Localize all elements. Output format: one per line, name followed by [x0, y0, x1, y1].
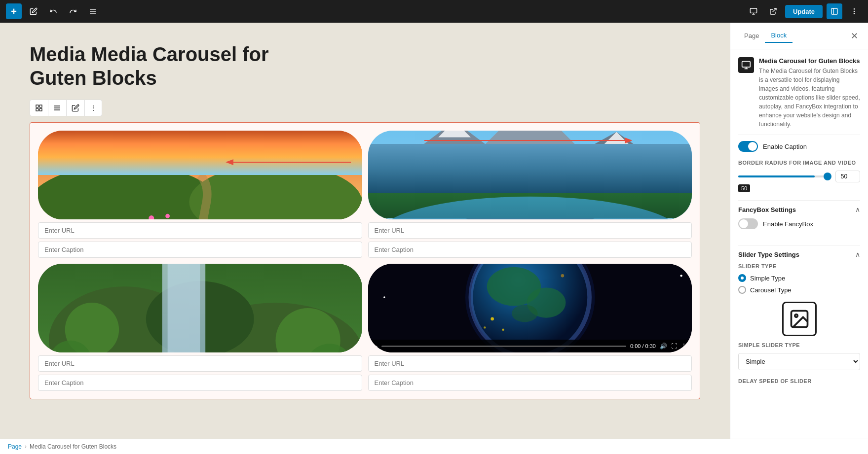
enable-caption-toggle[interactable]	[738, 141, 758, 152]
undo-button[interactable]	[45, 3, 61, 19]
svg-point-76	[502, 329, 504, 331]
border-radius-label: BORDER RADIUS FOR IMAGE AND VIDEO	[738, 160, 860, 166]
plugin-icon	[738, 57, 754, 73]
svg-point-74	[512, 305, 538, 322]
fullscreen-button[interactable]: ⛶	[671, 343, 677, 349]
svg-rect-15	[39, 108, 42, 111]
caption-input-2[interactable]	[368, 242, 692, 258]
url-input-4[interactable]	[368, 355, 692, 372]
media-grid-container: ▶ 0:00 / 0:30 🔊 ⛶ ⋮	[30, 122, 700, 399]
svg-point-66	[680, 275, 682, 277]
mute-button[interactable]: 🔊	[660, 343, 667, 349]
tab-block[interactable]: Block	[765, 29, 793, 43]
fancybox-header[interactable]: FancyBox Settings ∧	[738, 200, 860, 218]
desktop-preview-button[interactable]	[746, 3, 761, 19]
svg-point-87	[794, 314, 797, 317]
main-layout: Media Media Carousel for Guten Blocks ⋮	[0, 23, 868, 439]
svg-rect-7	[831, 8, 837, 14]
svg-point-78	[561, 274, 564, 278]
svg-point-75	[491, 317, 494, 321]
slider-row	[738, 171, 860, 182]
svg-point-11	[854, 13, 854, 14]
breadcrumb-page[interactable]: Page	[8, 443, 22, 450]
video-time: 0:00 / 0:30	[630, 343, 656, 349]
menu-button[interactable]	[85, 3, 101, 19]
video-progress-bar[interactable]	[381, 346, 627, 347]
url-input-2[interactable]	[368, 222, 692, 239]
slider-fill	[738, 175, 815, 177]
svg-marker-44	[605, 153, 632, 175]
svg-point-77	[484, 326, 486, 328]
media-item: ▶ 0:00 / 0:30 🔊 ⛶ ⋮	[368, 264, 692, 391]
sidebar-close-button[interactable]: ✕	[848, 30, 860, 42]
top-toolbar: + Update	[0, 0, 868, 23]
svg-point-65	[383, 296, 385, 298]
border-radius-section: BORDER RADIUS FOR IMAGE AND VIDEO 50	[738, 160, 860, 192]
svg-marker-41	[389, 153, 411, 175]
svg-point-31	[165, 214, 170, 218]
svg-rect-13	[39, 105, 42, 107]
svg-marker-48	[465, 218, 595, 219]
border-radius-input[interactable]	[835, 171, 860, 182]
border-radius-slider[interactable]	[738, 175, 830, 177]
breadcrumb-separator: ›	[25, 443, 27, 450]
external-link-button[interactable]	[765, 3, 781, 19]
slider-type-body: SLIDER TYPE Simple Type Carousel Type	[738, 263, 860, 395]
page-title: Media Media Carousel for Guten Blocks	[30, 42, 700, 90]
enable-fancybox-label: Enable FancyBox	[763, 220, 813, 228]
block-toolbar: ⋮	[30, 100, 102, 116]
block-more-button[interactable]: ⋮	[85, 100, 102, 116]
tab-page[interactable]: Page	[738, 29, 765, 43]
radio-option-carousel[interactable]: Carousel Type	[738, 286, 860, 294]
caption-input-3[interactable]	[38, 375, 362, 391]
radio-carousel-label: Carousel Type	[750, 286, 792, 294]
slider-type-section: Slider Type Settings ∧ SLIDER TYPE Simpl…	[738, 245, 860, 395]
breadcrumb-bar: Page › Media Carousel for Guten Blocks	[0, 439, 868, 454]
enable-caption-row: Enable Caption	[738, 141, 860, 152]
url-input-3[interactable]	[38, 355, 362, 372]
svg-point-26	[232, 131, 319, 141]
more-options-button[interactable]	[846, 3, 862, 19]
slider-type-header[interactable]: Slider Type Settings ∧	[738, 245, 860, 263]
toggle-sidebar-button[interactable]	[827, 3, 842, 19]
slider-thumb[interactable]	[824, 173, 831, 180]
fancybox-body: Enable FancyBox	[738, 218, 860, 243]
svg-rect-83	[742, 62, 751, 68]
url-input-1[interactable]	[38, 222, 362, 239]
block-type-button[interactable]	[30, 100, 48, 116]
image-icon-box	[782, 302, 817, 336]
fancybox-title: FancyBox Settings	[738, 206, 796, 213]
caption-input-1[interactable]	[38, 242, 362, 258]
svg-point-9	[854, 9, 854, 9]
pencil-icon[interactable]	[26, 3, 41, 19]
editor-area: Media Media Carousel for Guten Blocks ⋮	[0, 23, 730, 439]
caption-input-4[interactable]	[368, 375, 692, 391]
media-item	[368, 131, 692, 258]
block-align-button[interactable]	[48, 100, 67, 116]
svg-rect-3	[750, 8, 756, 13]
fancybox-collapse-icon: ∧	[855, 206, 860, 213]
slider-type-label: SLIDER TYPE	[738, 263, 860, 269]
update-button[interactable]: Update	[785, 5, 823, 18]
more-video-options[interactable]: ⋮	[681, 343, 687, 349]
svg-marker-45	[633, 151, 659, 175]
slider-tooltip: 50	[738, 184, 750, 192]
svg-point-28	[189, 164, 362, 219]
svg-point-24	[173, 131, 227, 161]
plugin-title: Media Carousel for Guten Blocks	[759, 57, 860, 65]
block-edit-button[interactable]	[67, 100, 85, 116]
media-image-sunset	[38, 131, 362, 219]
simple-slider-select[interactable]: Simple Fade Slide	[738, 353, 860, 370]
redo-button[interactable]	[65, 3, 81, 19]
radio-option-simple[interactable]: Simple Type	[738, 274, 860, 282]
enable-caption-label: Enable Caption	[763, 143, 807, 150]
svg-rect-14	[36, 108, 38, 111]
sidebar-content: Media Carousel for Guten Blocks The Medi…	[730, 49, 868, 439]
svg-rect-12	[36, 105, 38, 107]
play-button[interactable]: ▶	[373, 343, 377, 349]
add-block-button[interactable]: +	[6, 3, 22, 19]
enable-fancybox-toggle[interactable]	[738, 218, 758, 229]
right-sidebar: Page Block ✕ Media Carousel for Guten Bl…	[730, 23, 868, 439]
simple-slider-label: SIMPLE SLIDER TYPE	[738, 342, 860, 348]
media-grid: ▶ 0:00 / 0:30 🔊 ⛶ ⋮	[38, 131, 692, 391]
